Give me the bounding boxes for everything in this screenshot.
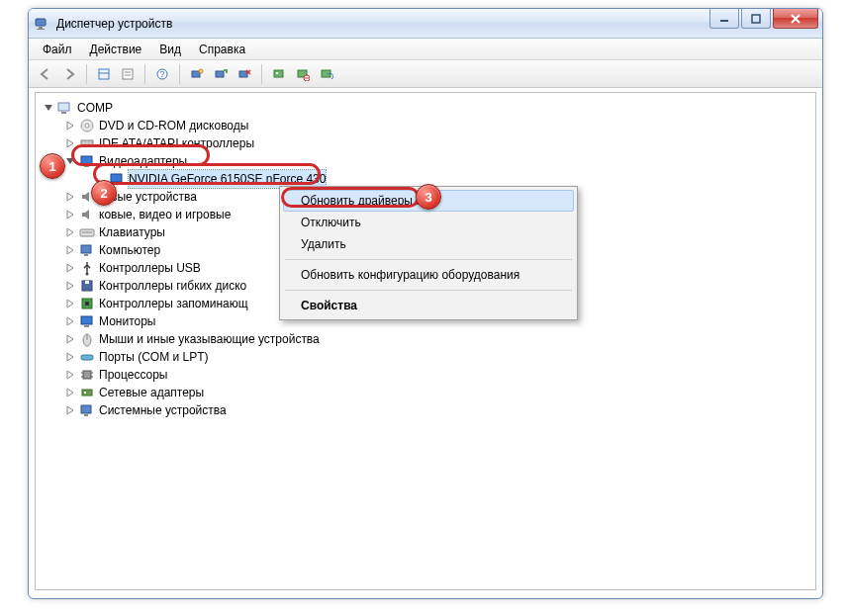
ctx-separator — [285, 290, 572, 291]
annotation-badge-1: 1 — [40, 153, 65, 179]
ctx-properties[interactable]: Свойства — [283, 295, 574, 316]
port-icon — [79, 349, 95, 365]
chevron-right-icon[interactable] — [63, 386, 77, 399]
svg-rect-37 — [85, 281, 89, 284]
svg-rect-28 — [84, 165, 89, 167]
tree-item-label: Контроллеры USB — [99, 259, 201, 277]
back-button[interactable] — [35, 63, 56, 85]
svg-rect-41 — [84, 325, 89, 327]
chevron-right-icon[interactable] — [63, 225, 77, 239]
chevron-down-icon[interactable] — [42, 101, 55, 115]
svg-rect-52 — [81, 405, 91, 413]
show-hidden-button[interactable] — [93, 63, 115, 85]
properties-button[interactable] — [117, 63, 139, 85]
svg-rect-44 — [81, 355, 93, 360]
svg-rect-23 — [61, 112, 66, 114]
svg-rect-29 — [111, 174, 122, 182]
controller-icon — [79, 135, 95, 151]
svg-rect-15 — [239, 71, 247, 77]
tree-node-ports[interactable]: Порты (COM и LPT) — [63, 348, 811, 366]
monitor-icon — [79, 313, 95, 329]
forward-button[interactable] — [58, 63, 80, 85]
badge-text: 3 — [424, 190, 431, 205]
titlebar[interactable]: Диспетчер устройств — [29, 9, 822, 39]
ctx-delete[interactable]: Удалить — [283, 233, 574, 255]
chevron-right-icon[interactable] — [63, 314, 77, 328]
chevron-right-icon[interactable] — [63, 119, 77, 132]
disable-button[interactable] — [292, 63, 314, 85]
tree-node-processors[interactable]: Процессоры — [63, 366, 811, 384]
chevron-right-icon[interactable] — [63, 243, 77, 257]
chevron-right-icon[interactable] — [63, 190, 77, 204]
keyboard-icon — [79, 224, 95, 240]
tree-item-label: Процессоры — [99, 366, 168, 384]
svg-point-35 — [86, 273, 89, 276]
svg-rect-51 — [84, 392, 86, 394]
device-manager-window: Диспетчер устройств Файл Действие Вид Сп… — [28, 8, 823, 599]
chevron-right-icon[interactable] — [63, 136, 77, 150]
chevron-right-icon[interactable] — [63, 368, 77, 382]
display-adapter-icon — [79, 153, 95, 169]
svg-rect-40 — [81, 316, 92, 324]
menu-view[interactable]: Вид — [151, 41, 189, 58]
menu-help[interactable]: Справка — [191, 41, 253, 58]
ctx-disable[interactable]: Отключить — [283, 212, 574, 233]
tree-item-label: IDE ATA/ATAPI контроллеры — [99, 134, 254, 152]
toolbar-separator — [86, 64, 87, 84]
chevron-right-icon[interactable] — [63, 403, 77, 417]
annotation-badge-2: 2 — [91, 180, 117, 206]
tree-root[interactable]: COMP — [42, 99, 811, 117]
scan-hw-changes-button[interactable] — [268, 63, 290, 85]
tree-node-ide[interactable]: IDE ATA/ATAPI контроллеры — [63, 134, 811, 152]
tree-node-mice[interactable]: Мыши и иные указывающие устройства — [63, 330, 811, 348]
tree-node-video-adapters[interactable]: Видеоадаптеры — [63, 152, 811, 170]
window-title: Диспетчер устройств — [56, 17, 172, 31]
chevron-right-icon[interactable] — [63, 332, 77, 346]
system-icon — [79, 402, 95, 418]
chevron-right-icon[interactable] — [63, 261, 77, 275]
chevron-down-icon[interactable] — [63, 154, 77, 168]
network-icon — [79, 385, 95, 400]
tree-node-dvd[interactable]: DVD и CD-ROM дисководы — [63, 117, 811, 134]
svg-rect-30 — [114, 183, 119, 185]
svg-rect-17 — [276, 72, 278, 74]
svg-text:?: ? — [159, 69, 164, 79]
ctx-item-label: Обновить драйверы... — [301, 194, 423, 208]
tree-node-system[interactable]: Системные устройства — [63, 401, 811, 419]
chevron-right-icon[interactable] — [63, 297, 77, 310]
chevron-right-icon[interactable] — [63, 279, 77, 293]
chevron-right-icon[interactable] — [63, 208, 77, 221]
tree-node-network[interactable]: Сетевые адаптеры — [63, 384, 811, 401]
svg-rect-39 — [85, 302, 89, 306]
maximize-button[interactable] — [741, 9, 771, 29]
usb-icon — [79, 260, 95, 276]
menu-action[interactable]: Действие — [82, 41, 150, 58]
device-manager-icon — [35, 16, 50, 32]
ctx-item-label: Обновить конфигурацию оборудования — [301, 268, 519, 282]
help-button[interactable]: ? — [151, 63, 173, 85]
minimize-button[interactable] — [709, 9, 739, 29]
chevron-right-icon[interactable] — [63, 350, 77, 364]
svg-rect-7 — [123, 69, 133, 79]
svg-rect-5 — [99, 69, 109, 79]
mouse-icon — [79, 331, 95, 347]
disc-icon — [79, 118, 95, 133]
toolbar: ? — [29, 60, 822, 88]
toolbar-separator — [261, 64, 262, 84]
uninstall-button[interactable] — [234, 63, 255, 85]
menu-file[interactable]: Файл — [35, 41, 80, 58]
tree-item-label: Системные устройства — [99, 401, 227, 419]
tree-item-label: Сетевые адаптеры — [99, 384, 204, 401]
enable-button[interactable] — [316, 63, 337, 85]
floppy-icon — [79, 278, 95, 294]
scan-button[interactable] — [186, 63, 208, 85]
svg-rect-50 — [82, 390, 92, 396]
close-button[interactable] — [773, 9, 818, 29]
cpu-icon — [79, 367, 95, 383]
ctx-scan-hw[interactable]: Обновить конфигурацию оборудования — [283, 264, 574, 286]
svg-rect-27 — [81, 156, 92, 164]
svg-rect-22 — [58, 103, 69, 111]
tree-item-label: Компьютер — [99, 241, 160, 259]
svg-rect-1 — [39, 27, 43, 29]
update-driver-button[interactable] — [210, 63, 232, 85]
